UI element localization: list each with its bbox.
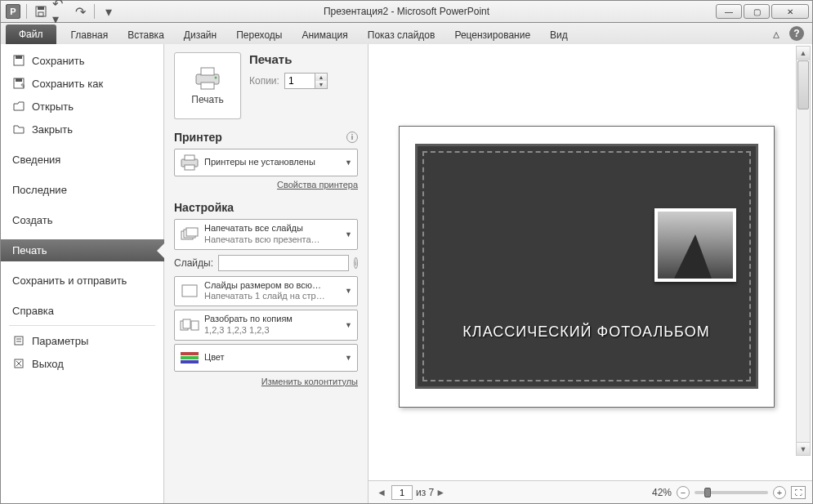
nav-save-as[interactable]: ✎ Сохранить как xyxy=(1,72,163,95)
zoom-out-button[interactable]: − xyxy=(677,486,690,499)
minimize-ribbon-icon[interactable]: ▵ xyxy=(770,27,783,40)
zoom-in-button[interactable]: + xyxy=(773,486,786,499)
undo-button[interactable]: ↶ ▾ xyxy=(52,3,69,20)
chevron-down-icon: ▼ xyxy=(345,287,352,295)
scroll-thumb[interactable] xyxy=(797,60,809,109)
window-title: Презентация2 - Microsoft PowerPoint xyxy=(324,6,489,17)
nav-open[interactable]: Открыть xyxy=(1,95,163,118)
svg-rect-28 xyxy=(181,352,199,355)
help-icon[interactable]: ? xyxy=(789,26,804,41)
color-dropdown[interactable]: Цвет ▼ xyxy=(174,344,358,372)
zoom-slider-knob[interactable] xyxy=(704,488,711,497)
quick-access-toolbar: P ↶ ▾ ↷ ▾ xyxy=(1,3,117,20)
next-page-button[interactable]: ► xyxy=(434,486,447,499)
svg-rect-2 xyxy=(38,12,43,16)
printer-properties-link[interactable]: Свойства принтера xyxy=(174,180,358,190)
nav-recent[interactable]: Последние xyxy=(1,179,163,201)
backstage: Сохранить ✎ Сохранить как Открыть Закрыт… xyxy=(0,44,813,504)
settings-section-header: Настройка xyxy=(174,201,234,214)
tab-review[interactable]: Рецензирование xyxy=(444,26,540,44)
printer-dropdown-label: Принтеры не установлены xyxy=(204,157,315,167)
info-icon[interactable]: i xyxy=(354,257,358,269)
exit-icon xyxy=(12,357,25,370)
scroll-down-icon[interactable]: ▼ xyxy=(797,442,810,455)
svg-rect-23 xyxy=(186,228,198,236)
svg-rect-29 xyxy=(181,356,199,359)
nav-exit[interactable]: Выход xyxy=(1,352,163,375)
tab-slideshow[interactable]: Показ слайдов xyxy=(358,26,445,44)
fit-to-window-button[interactable]: ⛶ xyxy=(791,486,806,499)
nav-print[interactable]: Печать xyxy=(1,239,164,261)
nav-label: Печать xyxy=(12,244,47,256)
tab-design[interactable]: Дизайн xyxy=(174,26,226,44)
print-preview: КЛАССИЧЕСКИЙ ФОТОАЛЬБОМ ▲ ▼ ◄ из 7 ► 42%… xyxy=(369,44,812,503)
layout-main: Слайды размером во всю… xyxy=(204,280,325,292)
printer-section-header: Принтер xyxy=(174,131,222,144)
backstage-nav: Сохранить ✎ Сохранить как Открыть Закрыт… xyxy=(1,44,164,503)
nav-close[interactable]: Закрыть xyxy=(1,118,163,140)
nav-options[interactable]: Параметры xyxy=(1,329,163,352)
tab-insert[interactable]: Вставка xyxy=(118,26,174,44)
zoom-slider[interactable] xyxy=(695,491,768,494)
nav-save[interactable]: Сохранить xyxy=(1,49,163,72)
nav-label: Выход xyxy=(32,358,64,370)
edit-header-footer-link[interactable]: Изменить колонтитулы xyxy=(174,377,358,386)
tab-file[interactable]: Файл xyxy=(6,25,56,44)
printer-dropdown[interactable]: Принтеры не установлены ▼ xyxy=(174,149,358,176)
window-controls: — ▢ ✕ xyxy=(716,4,812,19)
redo-button[interactable]: ↷ xyxy=(72,3,88,20)
app-icon[interactable]: P xyxy=(6,4,20,19)
info-icon[interactable]: i xyxy=(346,132,358,143)
svg-rect-1 xyxy=(38,7,44,10)
spinner-down-icon[interactable]: ▼ xyxy=(315,81,327,88)
close-window-button[interactable]: ✕ xyxy=(771,4,809,19)
minimize-button[interactable]: — xyxy=(716,4,742,19)
nav-label: Последние xyxy=(12,184,67,196)
scroll-up-icon[interactable]: ▲ xyxy=(797,47,810,60)
options-icon xyxy=(12,334,25,347)
preview-slide: КЛАССИЧЕСКИЙ ФОТОАЛЬБОМ xyxy=(415,144,758,389)
nav-label: Открыть xyxy=(32,100,74,113)
maximize-button[interactable]: ▢ xyxy=(744,4,770,19)
print-button-label: Печать xyxy=(191,94,223,105)
svg-rect-26 xyxy=(183,319,190,328)
svg-rect-30 xyxy=(181,360,199,364)
tab-animations[interactable]: Анимация xyxy=(292,26,357,44)
nav-label: Создать xyxy=(12,214,52,226)
print-range-dropdown[interactable]: Напечатать все слайды Напечатать всю пре… xyxy=(174,219,358,250)
nav-label: Сведения xyxy=(12,154,60,166)
nav-label: Закрыть xyxy=(32,123,73,136)
spinner-up-icon[interactable]: ▲ xyxy=(315,74,327,81)
prev-page-button[interactable]: ◄ xyxy=(375,486,388,499)
nav-info[interactable]: Сведения xyxy=(1,149,163,171)
collate-dropdown[interactable]: Разобрать по копиям 1,2,3 1,2,3 1,2,3 ▼ xyxy=(174,310,358,341)
copies-spinner[interactable]: ▲ ▼ xyxy=(284,73,328,89)
copies-input[interactable] xyxy=(284,73,315,89)
svg-rect-15 xyxy=(201,68,214,75)
svg-rect-27 xyxy=(191,321,199,330)
slides-range-input[interactable] xyxy=(218,255,349,271)
nav-new[interactable]: Создать xyxy=(1,209,163,231)
copies-label: Копии: xyxy=(249,75,279,87)
page-number-input[interactable] xyxy=(391,485,413,500)
nav-help[interactable]: Справка xyxy=(1,300,163,322)
svg-rect-20 xyxy=(185,165,194,170)
tab-view[interactable]: Вид xyxy=(540,26,578,44)
print-button[interactable]: Печать xyxy=(174,52,241,119)
print-range-main: Напечатать все слайды xyxy=(204,223,320,234)
tab-home[interactable]: Главная xyxy=(61,26,118,44)
layout-dropdown[interactable]: Слайды размером во всю… Напечатать 1 сла… xyxy=(174,276,358,307)
preview-photo xyxy=(654,208,736,282)
chevron-down-icon: ▼ xyxy=(345,158,352,167)
save-qat-button[interactable] xyxy=(33,3,49,20)
svg-rect-19 xyxy=(185,155,194,160)
vertical-scrollbar[interactable]: ▲ ▼ xyxy=(796,46,811,456)
print-range-sub: Напечатать всю презента… xyxy=(204,234,320,246)
chevron-down-icon: ▼ xyxy=(345,230,352,239)
qat-customize-button[interactable]: ▾ xyxy=(101,3,117,20)
tab-transitions[interactable]: Переходы xyxy=(226,26,292,44)
nav-share[interactable]: Сохранить и отправить xyxy=(1,270,163,292)
ribbon: Файл Главная Вставка Дизайн Переходы Ани… xyxy=(0,23,813,44)
folder-close-icon xyxy=(12,123,25,136)
svg-rect-16 xyxy=(201,83,214,89)
